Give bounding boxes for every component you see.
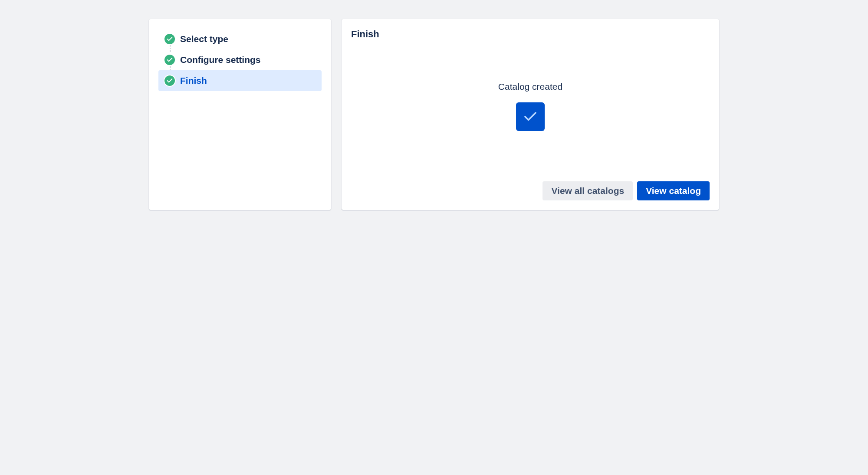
step-item-finish[interactable]: Finish — [158, 70, 322, 91]
step-item-select-type[interactable]: Select type — [158, 29, 322, 49]
view-all-catalogs-button[interactable]: View all catalogs — [542, 181, 633, 200]
wizard-main-panel: Finish Catalog created View all catalogs… — [342, 19, 719, 210]
step-list: Select type Configure settings — [158, 29, 322, 91]
check-circle-icon — [164, 33, 176, 45]
wizard-steps-sidebar: Select type Configure settings — [149, 19, 331, 210]
panel-actions: View all catalogs View catalog — [351, 181, 710, 200]
check-circle-icon — [164, 75, 176, 87]
panel-content: Catalog created — [351, 31, 710, 181]
check-circle-icon — [164, 54, 176, 66]
step-label: Finish — [180, 75, 207, 86]
step-label: Select type — [180, 34, 228, 44]
wizard-container: Select type Configure settings — [0, 0, 868, 210]
view-catalog-button[interactable]: View catalog — [637, 181, 710, 200]
step-label: Configure settings — [180, 55, 261, 65]
step-item-configure-settings[interactable]: Configure settings — [158, 49, 322, 70]
status-message: Catalog created — [498, 82, 562, 92]
success-check-icon — [516, 102, 545, 131]
